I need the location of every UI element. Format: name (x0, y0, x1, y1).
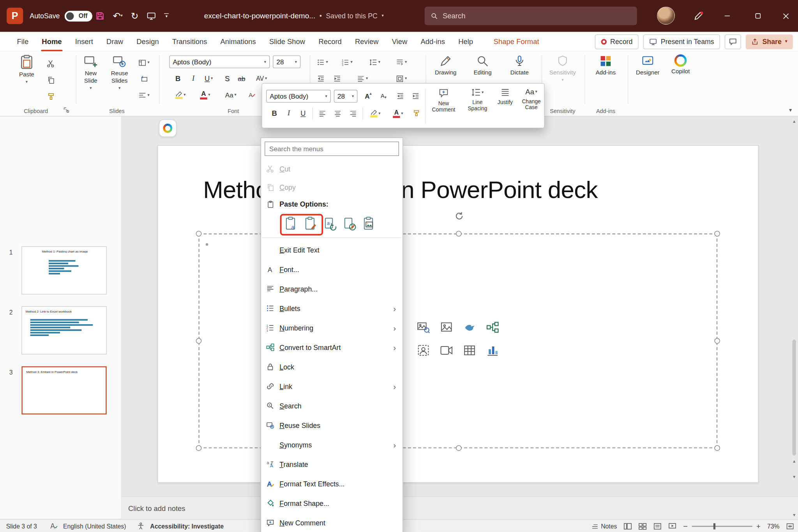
keep-source-formatting-embed-workbook-icon[interactable] (303, 216, 318, 232)
menu-item-synonyms[interactable]: Synonyms › (261, 435, 403, 454)
section-button[interactable]: ▾ (135, 89, 153, 102)
tab-help[interactable]: Help (452, 32, 480, 51)
keep-source-formatting-link-data-icon[interactable] (342, 216, 357, 232)
language-status[interactable]: English (United States) (63, 523, 126, 530)
tab-insert[interactable]: Insert (69, 32, 100, 51)
mini-font-color-button[interactable]: A▾ (388, 107, 408, 120)
undo-icon[interactable]: ↶▾ (113, 10, 123, 21)
paste-as-picture-icon[interactable] (362, 216, 377, 232)
notes-pane[interactable]: Click to add notes (121, 497, 798, 519)
slide-thumbnail-3-selected[interactable]: Method 3: Embed in PowerPoint deck (21, 366, 106, 415)
mini-underline-button[interactable]: U (297, 107, 309, 120)
mini-justify-button[interactable]: Justify (493, 88, 517, 105)
editing-button[interactable]: Editing (467, 55, 499, 76)
record-button[interactable]: Record (595, 34, 639, 49)
menu-item-numbering[interactable]: 123 Numbering › (261, 318, 403, 338)
menu-item-link[interactable]: Link › (261, 376, 403, 396)
dictate-button[interactable]: Dictate (504, 55, 536, 76)
tab-review[interactable]: Review (348, 32, 385, 51)
scroll-down-icon[interactable]: ▼ (791, 513, 798, 518)
slide-thumbnail-1[interactable]: Method 1: Pasting chart as image (21, 246, 106, 295)
accessibility-status[interactable]: Accessibility: Investigate (150, 523, 224, 530)
redo-icon[interactable]: ↻ (131, 10, 139, 21)
zoom-slider-thumb[interactable] (713, 523, 715, 529)
document-title-area[interactable]: excel-chart-to-powerpoint-demo... • Save… (204, 0, 384, 32)
selection-handle[interactable] (456, 231, 461, 236)
minimize-button[interactable] (715, 0, 739, 32)
tab-shape-format[interactable]: Shape Format (487, 32, 546, 51)
strikethrough-button[interactable]: ab (235, 72, 248, 85)
chart-icon[interactable] (485, 343, 500, 358)
autosave-toggle[interactable]: Off (64, 11, 92, 21)
menu-search-input[interactable] (269, 145, 394, 153)
numbering-button[interactable]: 123▾ (339, 56, 356, 68)
paste-button[interactable]: Paste ▾ (12, 55, 41, 84)
tab-record[interactable]: Record (312, 32, 348, 51)
menu-item-bullets[interactable]: Bullets › (261, 299, 403, 318)
tab-draw[interactable]: Draw (100, 32, 130, 51)
tab-view[interactable]: View (385, 32, 414, 51)
text-shadow-button[interactable]: S (221, 72, 234, 85)
mini-italic-button[interactable]: I (282, 107, 295, 120)
mini-bold-button[interactable]: B (268, 107, 281, 120)
change-case-button[interactable]: Aa▾ (222, 89, 240, 101)
selection-handle[interactable] (196, 231, 201, 236)
reading-view-icon[interactable] (653, 523, 662, 530)
scrollbar-thumb[interactable] (793, 339, 796, 455)
video-icon[interactable] (439, 343, 454, 358)
selection-handle[interactable] (714, 231, 720, 236)
increase-indent-button[interactable] (409, 90, 422, 102)
selection-handle[interactable] (196, 338, 201, 343)
tab-slide-show[interactable]: Slide Show (263, 32, 312, 51)
menu-item-format-text-effects[interactable]: A Format Text Effects... (261, 474, 403, 493)
align-right-button[interactable] (346, 107, 359, 120)
smartart-icon[interactable] (485, 320, 500, 335)
copilot-slide-button[interactable] (159, 120, 177, 137)
menu-item-convert-to-smartart[interactable]: Convert to SmartArt › (261, 338, 403, 357)
menu-item-exit-edit-text[interactable]: Exit Edit Text (261, 240, 403, 260)
zoom-slider[interactable] (692, 525, 752, 527)
mini-line-spacing-button[interactable]: ▾ Line Spacing (463, 88, 492, 111)
close-button[interactable] (774, 0, 798, 32)
slide-layout-button[interactable]: ▾ (135, 57, 153, 69)
selection-handle[interactable] (714, 338, 720, 343)
tab-add-ins[interactable]: Add-ins (414, 32, 452, 51)
mini-highlight-button[interactable]: ▾ (365, 107, 385, 120)
present-in-teams-button[interactable]: Present in Teams (643, 34, 720, 49)
use-destination-theme-link-data-icon[interactable]: a (323, 216, 338, 232)
highlight-color-button[interactable]: ▾ (171, 89, 190, 101)
font-size-combo[interactable]: 28▾ (273, 55, 300, 68)
mini-format-painter-button[interactable] (410, 107, 423, 120)
bold-button[interactable]: B (171, 72, 185, 85)
avatar[interactable] (657, 7, 675, 25)
rotate-handle-icon[interactable] (454, 211, 464, 220)
slide-canvas[interactable]: Method 3: Embed in PowerPoint deck (157, 145, 759, 483)
notes-toggle-button[interactable]: Notes (591, 523, 617, 530)
pictures-icon[interactable] (439, 320, 454, 335)
use-destination-theme-embed-workbook-icon[interactable]: a (284, 216, 299, 232)
maximize-button[interactable] (746, 0, 770, 32)
stock-images-icon[interactable] (416, 320, 431, 335)
slide-thumbnail-2[interactable]: Method 2: Link to Excel workbook (21, 306, 106, 355)
shrink-font-button[interactable]: A▾ (377, 90, 390, 102)
slideshow-view-icon[interactable] (668, 523, 676, 530)
align-center-button[interactable] (331, 107, 344, 120)
tab-transitions[interactable]: Transitions (166, 32, 214, 51)
titlebar-search[interactable] (425, 7, 637, 25)
tab-file[interactable]: File (10, 32, 35, 51)
mini-change-case-button[interactable]: Aa▾ Change Case (519, 88, 544, 110)
grow-font-button[interactable]: A▴ (362, 90, 375, 102)
mini-font-size-combo[interactable]: 28▾ (334, 90, 358, 103)
menu-item-search[interactable]: Search (261, 396, 403, 415)
present-icon[interactable] (147, 11, 156, 21)
underline-button[interactable]: U▾ (202, 72, 215, 85)
clear-formatting-button[interactable]: A (245, 89, 258, 101)
copilot-button[interactable]: Copilot (666, 55, 695, 76)
bullets-button[interactable]: ▾ (314, 56, 332, 68)
tab-animations[interactable]: Animations (214, 32, 262, 51)
menu-item-paragraph[interactable]: Paragraph... (261, 279, 403, 299)
slide-sorter-icon[interactable] (639, 523, 647, 530)
menu-item-format-shape[interactable]: Format Shape... (261, 493, 403, 513)
customize-toolbar-icon[interactable]: ▾ (164, 13, 169, 19)
new-slide-button[interactable]: New Slide ▾ (78, 55, 104, 90)
